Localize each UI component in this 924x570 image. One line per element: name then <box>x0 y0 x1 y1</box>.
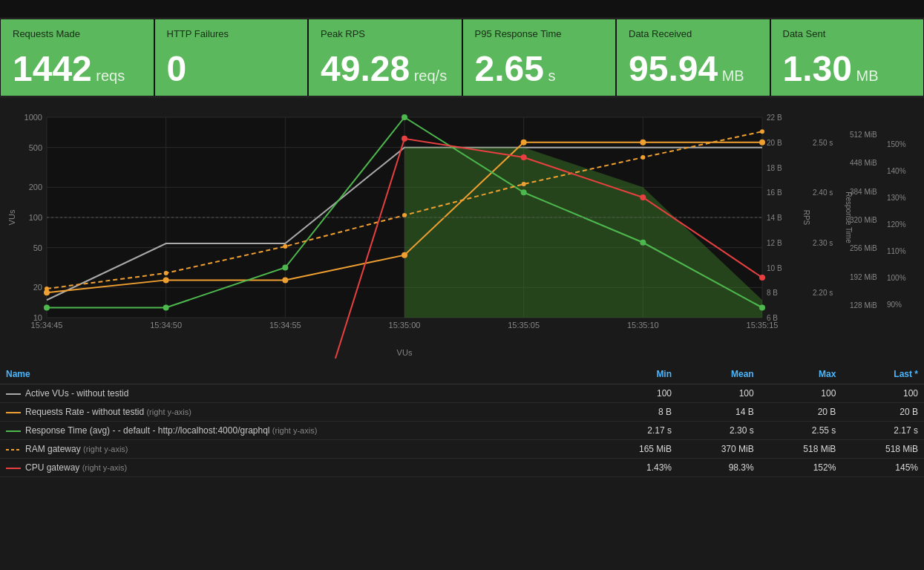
svg-text:10: 10 <box>33 313 42 322</box>
legend-name: CPU gateway (right y-axis) <box>0 459 595 477</box>
legend-line <box>6 393 21 395</box>
legend-secondary: (right y-axis) <box>272 426 318 435</box>
stat-label: Data Received <box>629 28 758 39</box>
col-min: Min <box>595 364 678 384</box>
stat-card-peak-rps: Peak RPS 49.28 req/s <box>308 19 462 96</box>
svg-point-88 <box>759 275 765 281</box>
svg-point-72 <box>521 189 527 195</box>
svg-text:6 B: 6 B <box>767 314 778 322</box>
legend-max: 100 <box>760 384 842 403</box>
stat-label: HTTP Failures <box>167 28 296 39</box>
svg-text:448 MiB: 448 MiB <box>850 159 877 167</box>
svg-point-75 <box>45 286 49 291</box>
stat-unit: MB <box>852 68 879 84</box>
legend-name: Response Time (avg) - - default - http:/… <box>0 422 595 440</box>
svg-point-87 <box>640 194 646 200</box>
legend-line <box>6 430 21 432</box>
legend-secondary: (right y-axis) <box>83 445 128 453</box>
svg-point-63 <box>282 277 288 283</box>
svg-text:VUs: VUs <box>7 209 16 225</box>
svg-text:128 MiB: 128 MiB <box>850 301 877 309</box>
svg-text:15:35:00: 15:35:00 <box>389 321 421 330</box>
stat-card-p95-response-time: P95 Response Time 2.65 s <box>462 19 617 96</box>
svg-point-69 <box>163 305 169 311</box>
legend-min: 165 MiB <box>595 440 678 459</box>
svg-text:VUs: VUs <box>397 348 413 357</box>
legend-name: RAM gateway (right y-axis) <box>0 440 595 459</box>
svg-text:15:34:55: 15:34:55 <box>269 321 301 330</box>
stat-unit: req/s <box>410 68 447 84</box>
col-last: Last * <box>842 364 924 384</box>
svg-text:320 MiB: 320 MiB <box>850 216 877 224</box>
legend-last: 100 <box>842 384 924 403</box>
stat-label: Peak RPS <box>321 28 450 39</box>
stat-value: 0 <box>167 51 296 87</box>
svg-text:140%: 140% <box>887 167 906 175</box>
svg-point-86 <box>521 154 527 160</box>
svg-point-81 <box>760 129 764 134</box>
svg-text:16 B: 16 B <box>767 189 782 197</box>
svg-text:384 MiB: 384 MiB <box>850 188 877 196</box>
legend-row-requests-rate: Requests Rate - without testid (right y-… <box>0 403 924 422</box>
svg-point-74 <box>759 305 765 311</box>
chart-svg: 15:34:4515:34:5015:34:5515:35:0015:35:05… <box>6 106 918 358</box>
legend-line <box>6 468 21 469</box>
chart-area: 15:34:4515:34:5015:34:5515:35:0015:35:05… <box>0 97 924 361</box>
legend-line <box>6 412 21 413</box>
svg-point-71 <box>402 114 407 120</box>
svg-point-67 <box>759 140 765 145</box>
legend-mean: 100 <box>678 384 760 403</box>
svg-text:20 B: 20 B <box>767 139 782 147</box>
stat-label: Requests Made <box>13 28 142 39</box>
svg-point-68 <box>44 305 50 311</box>
svg-text:2.40 s: 2.40 s <box>813 189 833 197</box>
svg-point-79 <box>522 182 526 186</box>
legend-last: 145% <box>842 459 924 477</box>
svg-text:50: 50 <box>33 243 42 252</box>
svg-text:512 MiB: 512 MiB <box>850 131 877 139</box>
svg-text:RPS: RPS <box>802 210 810 226</box>
svg-text:100: 100 <box>29 213 42 222</box>
legend-secondary: (right y-axis) <box>82 463 128 472</box>
svg-text:10 B: 10 B <box>767 264 782 272</box>
legend-last: 2.17 s <box>842 422 924 440</box>
col-mean: Mean <box>678 364 760 384</box>
svg-text:100%: 100% <box>887 274 906 282</box>
legend-row-ram-gateway: RAM gateway (right y-axis) 165 MiB 370 M… <box>0 440 924 459</box>
svg-point-73 <box>640 240 646 246</box>
stat-label: Data Sent <box>783 28 912 39</box>
legend-last: 518 MiB <box>842 440 924 459</box>
svg-point-65 <box>521 140 527 145</box>
legend-row-active-vus: Active VUs - without testid 100 100 100 … <box>0 384 924 403</box>
svg-text:200: 200 <box>29 183 42 191</box>
legend-min: 2.17 s <box>595 422 678 440</box>
stat-card-requests-made: Requests Made 1442 reqs <box>0 19 154 96</box>
svg-text:20: 20 <box>33 283 42 292</box>
stats-row: Requests Made 1442 reqs HTTP Failures 0 … <box>0 19 924 97</box>
svg-text:8 B: 8 B <box>767 289 778 297</box>
col-max: Max <box>760 364 842 384</box>
legend-line-dashed <box>6 449 21 451</box>
legend-row-cpu-gateway: CPU gateway (right y-axis) 1.43% 98.3% 1… <box>0 459 924 477</box>
svg-text:18 B: 18 B <box>767 164 782 172</box>
stat-value: 49.28 req/s <box>321 51 450 87</box>
legend-last: 20 B <box>842 403 924 422</box>
legend-max: 152% <box>760 459 842 477</box>
svg-point-77 <box>283 244 287 249</box>
svg-text:1000: 1000 <box>24 113 42 122</box>
legend-mean: 370 MiB <box>678 440 760 459</box>
legend-mean: 2.30 s <box>678 422 760 440</box>
legend-mean: 14 B <box>678 403 760 422</box>
stat-label: P95 Response Time <box>475 28 604 39</box>
svg-text:2.30 s: 2.30 s <box>813 239 833 247</box>
svg-text:120%: 120% <box>887 220 906 229</box>
legend-row-response-time: Response Time (avg) - - default - http:/… <box>0 422 924 440</box>
legend-max: 20 B <box>760 403 842 422</box>
legend-table: Name Min Mean Max Last * Active VUs - wi… <box>0 364 924 477</box>
stat-card-data-received: Data Received 95.94 MB <box>616 19 770 96</box>
col-name: Name <box>0 364 595 384</box>
legend-min: 1.43% <box>595 459 678 477</box>
svg-text:90%: 90% <box>887 301 902 309</box>
svg-text:14 B: 14 B <box>767 214 782 222</box>
legend-name: Requests Rate - without testid (right y-… <box>0 403 595 422</box>
